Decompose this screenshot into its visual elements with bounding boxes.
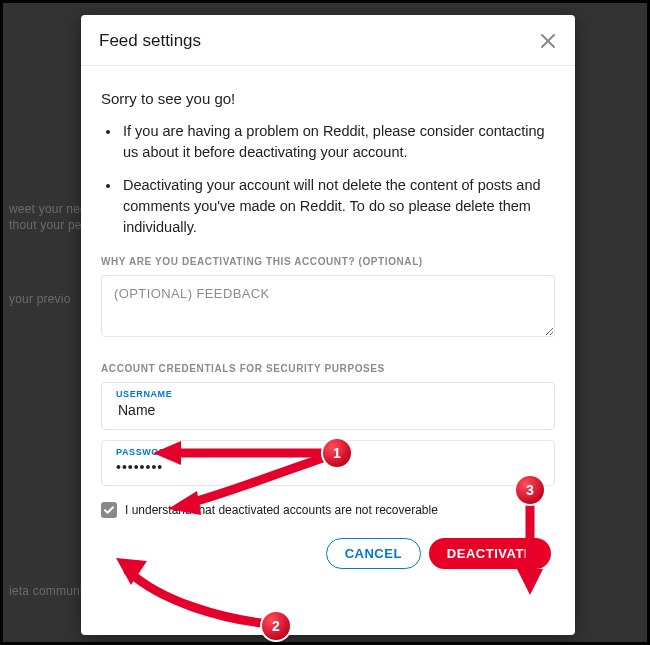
feedback-textarea[interactable] bbox=[101, 275, 555, 337]
bg-text-line: weet your nee bbox=[9, 201, 87, 217]
acknowledge-label: I understand that deactivated accounts a… bbox=[125, 503, 438, 517]
modal-title: Feed settings bbox=[99, 31, 201, 51]
username-box[interactable]: USERNAME bbox=[101, 382, 555, 430]
modal-header: Feed settings bbox=[81, 15, 575, 66]
bg-text-line: ieta communi bbox=[9, 583, 83, 599]
feed-settings-modal: Feed settings Sorry to see you go! If yo… bbox=[81, 15, 575, 635]
modal-body: Sorry to see you go! If you are having a… bbox=[81, 66, 575, 635]
username-label: USERNAME bbox=[116, 389, 540, 399]
bg-text-line: thout your pe bbox=[9, 217, 82, 233]
deactivate-button[interactable]: DEACTIVATE bbox=[429, 538, 551, 569]
acknowledge-checkbox[interactable] bbox=[101, 502, 117, 518]
why-label: WHY ARE YOU DEACTIVATING THIS ACCOUNT? (… bbox=[101, 256, 555, 267]
note-item: Deactivating your account will not delet… bbox=[121, 175, 555, 238]
close-icon[interactable] bbox=[539, 32, 557, 50]
button-row: CANCEL DEACTIVATE bbox=[101, 538, 555, 569]
username-field[interactable] bbox=[116, 401, 540, 419]
notes-list: If you are having a problem on Reddit, p… bbox=[101, 121, 555, 238]
password-field[interactable]: •••••••• bbox=[116, 459, 540, 475]
sorry-heading: Sorry to see you go! bbox=[101, 90, 555, 107]
cancel-button[interactable]: CANCEL bbox=[326, 538, 421, 569]
password-box[interactable]: PASSWORD •••••••• bbox=[101, 440, 555, 486]
password-label: PASSWORD bbox=[116, 447, 540, 457]
acknowledge-row: I understand that deactivated accounts a… bbox=[101, 502, 555, 518]
screenshot-frame: weet your nee thout your pe your previo … bbox=[0, 0, 650, 645]
bg-text-line: your previo bbox=[9, 291, 71, 307]
note-item: If you are having a problem on Reddit, p… bbox=[121, 121, 555, 163]
credentials-label: ACCOUNT CREDENTIALS FOR SECURITY PURPOSE… bbox=[101, 363, 555, 374]
